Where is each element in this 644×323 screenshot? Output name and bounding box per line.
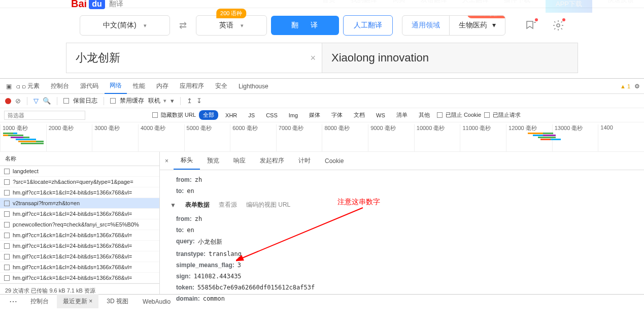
- request-item[interactable]: hm.gif?cc=1&ck=1&cl=24-bit&ds=1366x768&v…: [0, 251, 159, 262]
- logo-du: du: [89, 0, 105, 9]
- request-item[interactable]: hm.gif?cc=1&ck=1&cl=24-bit&ds=1366x768&v…: [0, 230, 159, 241]
- preserve-log-checkbox[interactable]: [63, 98, 69, 104]
- request-item[interactable]: langdetect: [0, 166, 159, 177]
- more-icon[interactable]: ⋯: [4, 297, 22, 306]
- blocked-cookies-checkbox[interactable]: [437, 112, 443, 118]
- section-title: 表单数据: [185, 201, 210, 209]
- tab-performance[interactable]: 性能: [128, 79, 150, 93]
- filter-doc[interactable]: 文档: [350, 110, 369, 120]
- domain-select[interactable]: ♡ 助力抗疫 通用领域 生物医药▾: [402, 15, 505, 36]
- domain-bio[interactable]: 生物医药▾: [449, 16, 505, 35]
- request-item[interactable]: hm.gif?cc=1&ck=1&cl=24-bit&ds=1366x768&v…: [0, 187, 159, 198]
- tab-security[interactable]: 安全: [210, 79, 232, 93]
- tab-elements[interactable]: 元素: [22, 79, 45, 93]
- req-checkbox[interactable]: [4, 190, 10, 196]
- req-header[interactable]: 名称: [0, 152, 159, 166]
- tab-memory[interactable]: 内存: [151, 79, 174, 93]
- device-icon[interactable]: ⫏⫐: [13, 83, 21, 90]
- req-name: hm.gif?cc=1&ck=1&cl=24-bit&ds=1366x768&v…: [13, 211, 132, 217]
- filter-js[interactable]: JS: [244, 111, 259, 119]
- blocked-reqs-checkbox[interactable]: [484, 112, 490, 118]
- filter-img[interactable]: Img: [285, 111, 302, 119]
- gear-icon[interactable]: [552, 19, 564, 31]
- view-encoded-link[interactable]: 编码的视图 URL: [246, 201, 290, 209]
- input-box[interactable]: 小龙创新 ×: [66, 43, 322, 73]
- req-checkbox[interactable]: [4, 275, 10, 281]
- translate-io: 小龙创新 × Xiaolong innovation: [66, 43, 578, 73]
- filter-font[interactable]: 字体: [327, 110, 347, 120]
- section-head[interactable]: ▼ 表单数据 查看源 编码的视图 URL: [170, 197, 634, 213]
- request-item[interactable]: hm.gif?cc=1&ck=1&cl=24-bit&ds=1366x768&v…: [0, 209, 159, 219]
- throttle-select[interactable]: 联机: [148, 96, 166, 105]
- filter-all[interactable]: 全部: [199, 110, 218, 120]
- tick: 10000 毫秒: [414, 124, 460, 151]
- filter-other[interactable]: 其他: [415, 110, 434, 120]
- disable-cache-checkbox[interactable]: [110, 98, 116, 104]
- btab-3dview[interactable]: 3D 视图: [100, 294, 134, 308]
- inspect-icon[interactable]: ▣: [4, 83, 12, 90]
- close-icon[interactable]: ×: [160, 154, 174, 168]
- timeline[interactable]: 1000 毫秒 2000 毫秒 3000 毫秒 4000 毫秒 5000 毫秒 …: [0, 122, 644, 152]
- bookmark-icon[interactable]: [525, 19, 537, 31]
- tab-network[interactable]: 网络: [105, 78, 127, 94]
- disable-cache-label: 禁用缓存: [120, 96, 144, 105]
- tab-console[interactable]: 控制台: [46, 79, 74, 93]
- filter-input[interactable]: [4, 111, 85, 120]
- logo-fanyi: 翻译: [109, 0, 123, 9]
- hide-data-checkbox[interactable]: [152, 112, 158, 118]
- swap-icon[interactable]: ⇄: [174, 20, 192, 31]
- filter-xhr[interactable]: XHR: [221, 111, 241, 119]
- req-checkbox[interactable]: [4, 243, 10, 249]
- filter-icon[interactable]: ▽: [33, 97, 39, 105]
- tab-sources[interactable]: 源代码: [75, 79, 104, 93]
- request-item[interactable]: hm.gif?cc=1&ck=1&cl=24-bit&ds=1366x768&v…: [0, 273, 159, 283]
- req-checkbox[interactable]: [4, 265, 10, 270]
- warning-badge[interactable]: ▲ 1: [620, 83, 630, 89]
- human-translate-button[interactable]: 人工翻译: [343, 15, 393, 36]
- detail-tab-cookie[interactable]: Cookie: [318, 153, 351, 169]
- req-checkbox[interactable]: [4, 254, 10, 260]
- throttle-chevron[interactable]: ▾: [171, 97, 174, 105]
- request-item[interactable]: pcnewcollection?req=check&fanyi_src=%E5%…: [0, 219, 159, 230]
- detail-tab-response[interactable]: 响应: [226, 152, 253, 169]
- req-checkbox[interactable]: [4, 211, 10, 217]
- view-source-link[interactable]: 查看源: [219, 201, 237, 209]
- import-icon[interactable]: ↥: [187, 97, 192, 105]
- detail-tab-headers[interactable]: 标头: [174, 152, 200, 170]
- req-checkbox[interactable]: [4, 179, 10, 185]
- translate-button[interactable]: 翻 译: [271, 16, 339, 35]
- request-item[interactable]: ?src=1&locate=zh&action=query&type=1&pag…: [0, 177, 159, 187]
- req-checkbox[interactable]: [4, 201, 10, 206]
- lang-to-select[interactable]: 200 语种 英语: [196, 15, 267, 36]
- clear-icon[interactable]: ×: [310, 53, 316, 63]
- lang-from-label: 中文(简体): [103, 21, 136, 30]
- btab-console[interactable]: 控制台: [24, 294, 55, 308]
- detail-tab-timing[interactable]: 计时: [291, 152, 318, 169]
- detail-tab-preview[interactable]: 预览: [200, 152, 226, 169]
- lang-from-select[interactable]: 中文(简体): [80, 15, 170, 36]
- export-icon[interactable]: ↧: [196, 97, 202, 105]
- filter-media[interactable]: 媒体: [305, 110, 324, 120]
- search-icon[interactable]: 🔍: [43, 97, 51, 105]
- clear-icon[interactable]: ⊘: [15, 97, 21, 105]
- record-icon[interactable]: [5, 98, 11, 104]
- req-checkbox[interactable]: [4, 222, 10, 228]
- settings-gear-icon[interactable]: ⚙: [634, 83, 640, 90]
- btab-whatsnew[interactable]: 最近更新 ×: [57, 294, 98, 308]
- tab-lighthouse[interactable]: Lighthouse: [233, 80, 274, 93]
- domain-general[interactable]: 通用领域: [402, 16, 449, 35]
- req-checkbox[interactable]: [4, 233, 10, 238]
- request-item[interactable]: hm.gif?cc=1&ck=1&cl=24-bit&ds=1366x768&v…: [0, 262, 159, 273]
- filter-ws[interactable]: WS: [372, 111, 389, 119]
- caret-icon[interactable]: ▼: [170, 202, 176, 209]
- request-item[interactable]: v2transapi?from=zh&to=en: [0, 198, 159, 209]
- kv-val: zh: [195, 215, 202, 222]
- tick: 3000 毫秒: [92, 124, 138, 151]
- filter-css[interactable]: CSS: [262, 111, 282, 119]
- filter-manifest[interactable]: 清单: [392, 110, 412, 120]
- req-checkbox[interactable]: [4, 169, 10, 174]
- request-item[interactable]: hm.gif?cc=1&ck=1&cl=24-bit&ds=1366x768&v…: [0, 241, 159, 251]
- detail-tab-initiator[interactable]: 发起程序: [253, 152, 291, 169]
- tab-application[interactable]: 应用程序: [175, 79, 209, 93]
- tick: 2000 毫秒: [46, 124, 92, 151]
